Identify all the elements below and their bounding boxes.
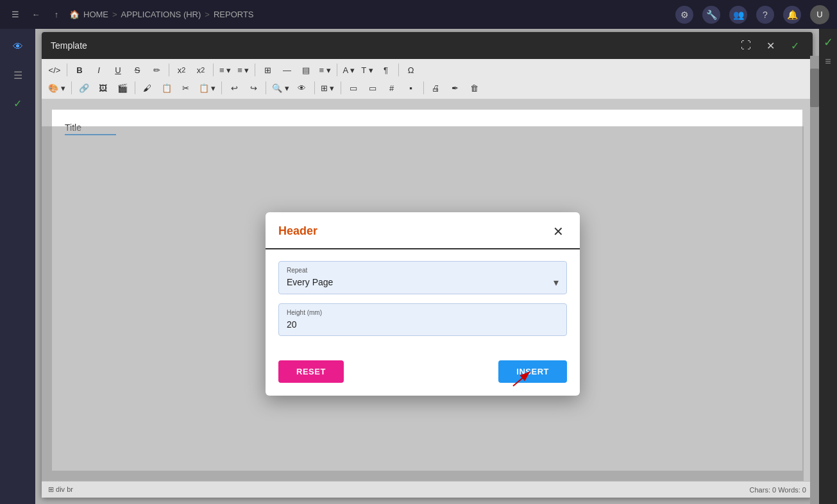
user-avatar[interactable]: U: [810, 5, 829, 24]
cut-button[interactable]: ✂: [177, 80, 195, 96]
height-label: Height (mm): [287, 309, 559, 316]
up-icon[interactable]: ↑: [49, 7, 64, 22]
right-scrollbar[interactable]: [810, 56, 819, 504]
breadcrumb-sep2: >: [205, 10, 210, 19]
divider-1: [67, 63, 67, 76]
bold-button[interactable]: B: [71, 62, 89, 78]
reset-button[interactable]: RESET: [278, 360, 344, 383]
repeat-label: Repeat: [287, 267, 559, 274]
hr-button[interactable]: —: [278, 62, 296, 78]
hash-button[interactable]: #: [383, 80, 401, 96]
omega-button[interactable]: Ω: [402, 62, 420, 78]
scrollbar-thumb[interactable]: [810, 69, 819, 107]
divider-6: [398, 63, 399, 76]
divider-10: [266, 81, 266, 94]
delete-button[interactable]: 🗑: [466, 80, 484, 96]
far-right-check-icon[interactable]: ✓: [824, 35, 833, 49]
far-right-lines-icon[interactable]: ≡: [825, 56, 831, 67]
divider-2: [169, 63, 169, 76]
modal-overlay: Header ✕ Repeat Every Page: [42, 126, 804, 481]
copy-button[interactable]: 📋: [158, 80, 176, 96]
home-link[interactable]: HOME: [83, 10, 108, 19]
statusbar-stats: Chars: 0 Words: 0: [750, 486, 806, 494]
print-button[interactable]: 🖨: [427, 80, 445, 96]
image-button[interactable]: 🖼: [94, 80, 112, 96]
nav-right-actions: ⚙ 🔧 👥 ? 🔔 U: [675, 5, 829, 24]
redo-button[interactable]: ↪: [244, 80, 262, 96]
left-sidebar: 👁 ☰ ✓: [0, 29, 35, 504]
underline-button[interactable]: U: [109, 62, 127, 78]
text-style-dropdown[interactable]: T ▾: [359, 64, 375, 76]
frame-button[interactable]: ▭: [344, 80, 362, 96]
repeat-field-group: Repeat Every Page ▾: [278, 261, 567, 294]
unordered-list-dropdown[interactable]: ≡ ▾: [217, 64, 233, 76]
format-painter-button[interactable]: 🖌: [139, 80, 156, 96]
italic-button[interactable]: I: [90, 62, 108, 78]
template-titlebar: Template ⛶ ✕ ✓: [42, 32, 813, 59]
maximize-button[interactable]: ⛶: [737, 37, 755, 55]
undo-button[interactable]: ↩: [225, 80, 243, 96]
sidebar-eye-icon[interactable]: 👁: [6, 35, 30, 58]
ordered-list-dropdown[interactable]: ≡ ▾: [235, 64, 251, 76]
link-button[interactable]: 🔗: [75, 80, 93, 96]
breadcrumb: 🏠 HOME > APPLICATIONS (HR) > REPORTS: [69, 10, 254, 19]
breadcrumb-sep1: >: [112, 10, 117, 19]
back-icon[interactable]: ←: [28, 7, 44, 22]
sidebar-menu-icon[interactable]: ☰: [6, 63, 30, 87]
block2-button[interactable]: ▪: [402, 80, 420, 96]
sidebar-check-icon[interactable]: ✓: [6, 92, 30, 115]
superscript-button[interactable]: x2: [173, 62, 190, 78]
applications-link[interactable]: APPLICATIONS (HR): [121, 10, 201, 19]
template-blocks-dropdown[interactable]: ⊞ ▾: [318, 82, 337, 94]
paste-dropdown[interactable]: 📋 ▾: [196, 82, 219, 94]
find-dropdown[interactable]: 🔍 ▾: [269, 82, 292, 94]
help-icon[interactable]: ?: [756, 6, 774, 24]
subscript-button[interactable]: x2: [192, 62, 210, 78]
editor-toolbar: </> B I U S ✏ x2 x2 ≡ ▾ ≡ ▾ ⊞ — ▤: [42, 59, 813, 99]
menu-icon[interactable]: ☰: [8, 7, 23, 22]
height-input[interactable]: [287, 319, 559, 330]
header-dialog: Header ✕ Repeat Every Page: [266, 212, 580, 396]
preview-button[interactable]: 👁: [293, 80, 311, 96]
height-field[interactable]: Height (mm): [278, 303, 567, 336]
notifications-icon[interactable]: 🔔: [783, 6, 801, 24]
reports-link[interactable]: REPORTS: [214, 10, 254, 19]
main-area: 👁 ☰ ✓ Template ⛶ ✕ ✓ </> B: [0, 29, 837, 504]
tools-icon[interactable]: 🔧: [702, 6, 720, 24]
font-color-dropdown[interactable]: A ▾: [341, 64, 358, 76]
divider-7: [71, 81, 72, 94]
color-picker-dropdown[interactable]: 🎨 ▾: [46, 82, 68, 94]
block-button[interactable]: ▤: [297, 62, 315, 78]
divider-12: [341, 81, 341, 94]
template-title: Template: [51, 40, 737, 51]
far-right-panel: ✓ ≡: [819, 29, 837, 504]
align-dropdown[interactable]: ≡ ▾: [316, 64, 333, 76]
paragraph-button[interactable]: ¶: [377, 62, 395, 78]
repeat-field[interactable]: Repeat Every Page ▾: [278, 261, 567, 294]
eraser-button[interactable]: ✏: [148, 62, 165, 78]
confirm-button[interactable]: ✓: [786, 37, 804, 55]
video-button[interactable]: 🎬: [114, 80, 131, 96]
top-navigation: ☰ ← ↑ 🏠 HOME > APPLICATIONS (HR) > REPOR…: [0, 0, 837, 29]
statusbar-path: ⊞ div br: [48, 485, 73, 494]
editor-statusbar: ⊞ div br Chars: 0 Words: 0: [42, 481, 813, 498]
template-window: Template ⛶ ✕ ✓ </> B I U S ✏: [42, 32, 813, 498]
pen-button[interactable]: ✒: [446, 80, 464, 96]
close-window-button[interactable]: ✕: [761, 37, 779, 55]
users-icon[interactable]: 👥: [729, 6, 747, 24]
settings-icon[interactable]: ⚙: [675, 6, 693, 24]
editor-container: Template ⛶ ✕ ✓ </> B I U S ✏: [35, 29, 819, 504]
frame2-button[interactable]: ▭: [364, 80, 382, 96]
strikethrough-button[interactable]: S: [128, 62, 146, 78]
dialog-buttons: RESET: [266, 358, 580, 396]
code-button[interactable]: </>: [46, 62, 63, 78]
toolbar-row-1: </> B I U S ✏ x2 x2 ≡ ▾ ≡ ▾ ⊞ — ▤: [46, 62, 809, 78]
dialog-title: Header: [278, 224, 317, 238]
divider-3: [213, 63, 214, 76]
dialog-close-button[interactable]: ✕: [549, 223, 567, 240]
repeat-value: Every Page: [287, 277, 333, 287]
repeat-select[interactable]: Every Page ▾: [287, 276, 559, 289]
repeat-chevron-icon: ▾: [554, 276, 559, 289]
table-button[interactable]: ⊞: [258, 62, 276, 78]
dialog-titlebar: Header ✕: [266, 212, 580, 249]
